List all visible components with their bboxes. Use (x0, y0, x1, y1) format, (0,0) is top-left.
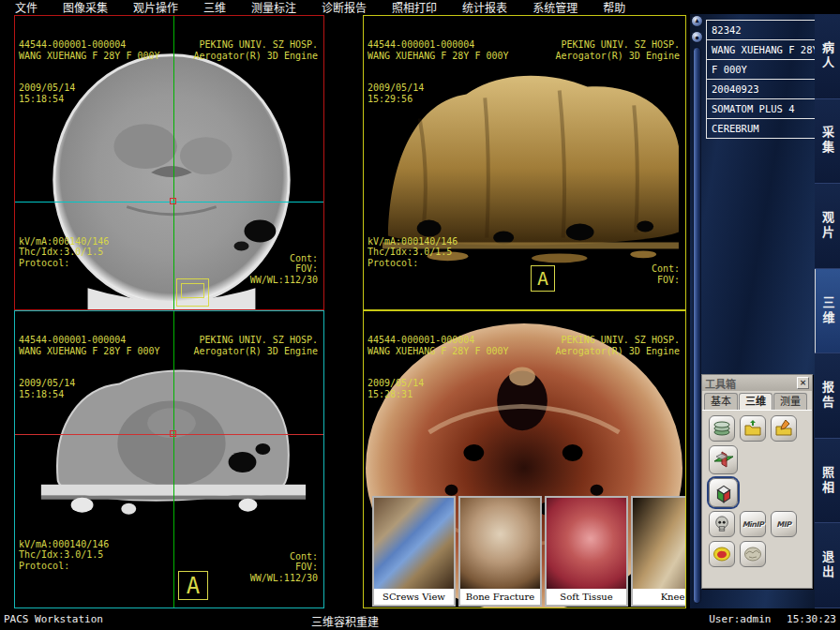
toolbox-tab-basic[interactable]: 基本 (704, 393, 738, 410)
orientation-marker-a: A (178, 571, 208, 600)
ssd-render-button[interactable] (709, 511, 735, 537)
tab-exit[interactable]: 退出 (815, 523, 840, 608)
brain-render-button[interactable] (740, 541, 766, 567)
menu-item-3d[interactable]: 三维 (203, 0, 226, 15)
cube-icon (712, 482, 735, 504)
save-protocol-button[interactable] (771, 415, 797, 442)
toolbox-title-bar[interactable]: 工具箱 × (702, 375, 812, 391)
hospital-overlay: PEKING UNIV. SZ HOSP.Aerogator(R) 3D Eng… (556, 313, 680, 378)
preset-thumbnail-soft-tissue[interactable]: Soft Tissue (545, 496, 628, 607)
viewport-axial-ct[interactable]: 44544-000001-000004WANG XUEHANG F 28Y F … (14, 15, 324, 310)
logged-in-user: User:admin (709, 613, 771, 625)
volume-cube-button[interactable] (709, 478, 738, 507)
study-info-overlay: 44544-000001-000004WANG XUEHANG F 28Y F … (19, 18, 160, 126)
vrt-color-render-button[interactable] (709, 541, 735, 567)
tab-acquisition[interactable]: 采集 (815, 99, 840, 185)
crosshair-center-handle[interactable] (170, 198, 176, 204)
toolbox-title: 工具箱 (705, 376, 736, 391)
thumb-label: Bone Fracture (460, 589, 540, 605)
color-volume-icon (712, 546, 731, 562)
folder-open-icon (743, 419, 762, 438)
toolbox-body: MinIP MIP (702, 410, 812, 567)
crosshair-vertical-line[interactable] (173, 311, 174, 608)
pacs-workstation-screen: 文件 图像采集 观片操作 三维 测量标注 诊断报告 照相打印 统计报表 系统管理… (0, 0, 840, 630)
study-info-overlay: 44544-000001-000004WANG XUEHANG F 28Y F … (368, 313, 509, 421)
preset-thumbnail-knee[interactable]: Knee (631, 496, 686, 607)
body-part-field: CEREBRUM (707, 119, 815, 139)
slider-up-button[interactable]: ▲ (691, 15, 703, 27)
study-date-field: 20040923 (707, 80, 815, 99)
technique-overlay: kV/mA:000140/146Thc/Idx:3.0/1.5Protocol: (19, 518, 109, 593)
preset-thumbnail-bone-fracture[interactable]: Bone Fracture (458, 496, 542, 607)
technique-overlay: kV/mA:000140/146Thc/Idx:3.0/1.5Protocol: (19, 215, 109, 291)
preset-thumbnail-strip: SCrews View Bone Fracture Soft Tissue Kn… (372, 496, 686, 607)
patient-info-list: 82342 WANG XUEHANG F 28Y F 000Y 20040923… (706, 20, 815, 139)
menu-item-diagnosis-report[interactable]: 诊断报告 (322, 0, 367, 15)
tab-filming[interactable]: 照相 (815, 439, 840, 524)
viewport-3d-vrt[interactable]: 44544-000001-000004WANG XUEHANG F 28Y F … (363, 310, 686, 608)
thumb-image-screws (374, 498, 454, 589)
hospital-overlay: PEKING UNIV. SZ HOSP.Aerogator(R) 3D Eng… (194, 313, 318, 378)
minip-render-button[interactable]: MinIP (740, 511, 766, 537)
mpr-planes-icon (712, 449, 735, 472)
dot-icon: ● (696, 34, 699, 40)
preset-thumbnail-screws[interactable]: SCrews View (372, 496, 456, 607)
up-arrow-icon: ▲ (695, 17, 698, 24)
minip-label: MinIP (742, 520, 764, 529)
menu-item-print[interactable]: 照相打印 (392, 0, 437, 15)
hospital-overlay: PEKING UNIV. SZ HOSP.Aerogator(R) 3D Eng… (556, 18, 680, 82)
menu-bar: 文件 图像采集 观片操作 三维 测量标注 诊断报告 照相打印 统计报表 系统管理… (0, 0, 840, 14)
thumb-label: Soft Tissue (547, 589, 626, 605)
session-info: User:admin 15:30:23 (709, 613, 836, 625)
toolbox-tab-measure[interactable]: 测量 (773, 393, 807, 410)
patient-name-field: WANG XUEHANG F 28Y (707, 40, 815, 60)
mip-label: MIP (776, 520, 790, 529)
menu-item-system-admin[interactable]: 系统管理 (532, 0, 578, 15)
tab-patient[interactable]: 病人 (815, 14, 840, 99)
close-icon[interactable]: × (797, 377, 809, 389)
window-overlay: Cont:FOV: (646, 242, 680, 307)
tab-report[interactable]: 报告 (815, 353, 840, 439)
menu-item-measure-annotate[interactable]: 测量标注 (251, 0, 296, 15)
thumb-label: SCrews View (374, 589, 454, 605)
toolbox-panel: 工具箱 × 基本 三维 测量 (701, 374, 813, 589)
folder-edit-icon (774, 419, 793, 438)
slider-position-button[interactable]: ● (691, 31, 703, 43)
menu-item-file[interactable]: 文件 (15, 0, 38, 15)
layers-icon (712, 419, 731, 438)
technique-overlay: kV/mA:000140/146Thc/Idx:3.0/1.5Protocol: (368, 215, 458, 291)
patient-sex-age-field: F 000Y (707, 60, 815, 80)
scanner-model-field: SOMATOM PLUS 4 (707, 99, 815, 119)
thumb-image-knee (633, 498, 686, 589)
viewport-3d-ssd[interactable]: A 44544-000001-000004WANG XUEHANG F 28Y … (363, 15, 686, 310)
study-info-overlay: 44544-000001-000004WANG XUEHANG F 28Y F … (19, 313, 160, 421)
load-series-button[interactable] (709, 415, 735, 442)
right-side-panel: ▲ ● 82342 WANG XUEHANG F 28Y F 000Y 2004… (690, 14, 815, 608)
crosshair-vertical-line[interactable] (173, 16, 174, 309)
tab-3d[interactable]: 三维 (815, 269, 840, 354)
workflow-tab-strip: 病人 采集 观片 三维 报告 照相 退出 (815, 14, 840, 608)
viewport-coronal-ct[interactable]: A 44544-000001-000004WANG XUEHANG F 28Y … (14, 310, 324, 608)
tab-viewing[interactable]: 观片 (815, 184, 840, 269)
crosshair-center-handle[interactable] (170, 430, 176, 437)
slider-track[interactable] (693, 47, 701, 604)
skull-icon (713, 515, 730, 533)
clock: 15:30:23 (787, 613, 836, 625)
study-info-overlay: 44544-000001-000004WANG XUEHANG F 28Y F … (368, 18, 509, 126)
toolbox-tab-3d[interactable]: 三维 (739, 393, 772, 410)
mip-render-button[interactable]: MIP (771, 511, 797, 537)
brain-icon (743, 546, 762, 562)
menu-item-statistics[interactable]: 统计报表 (462, 0, 507, 15)
menu-item-image-acquisition[interactable]: 图像采集 (63, 0, 108, 15)
roi-box-marker (176, 278, 209, 307)
patient-id-field: 82342 (707, 21, 815, 40)
menu-item-help[interactable]: 帮助 (603, 0, 625, 15)
menu-item-film-operation[interactable]: 观片操作 (133, 0, 178, 15)
window-overlay: Cont:FOV:WW/WL:112/30 (250, 232, 318, 308)
open-protocol-button[interactable] (740, 415, 766, 442)
orientation-marker-a: A (531, 265, 555, 292)
mpr-planes-button[interactable] (709, 445, 738, 474)
current-mode-label: 三维容积重建 (0, 613, 690, 629)
toolbox-tabs: 基本 三维 测量 (702, 391, 812, 410)
thumb-image-bone (460, 498, 540, 589)
